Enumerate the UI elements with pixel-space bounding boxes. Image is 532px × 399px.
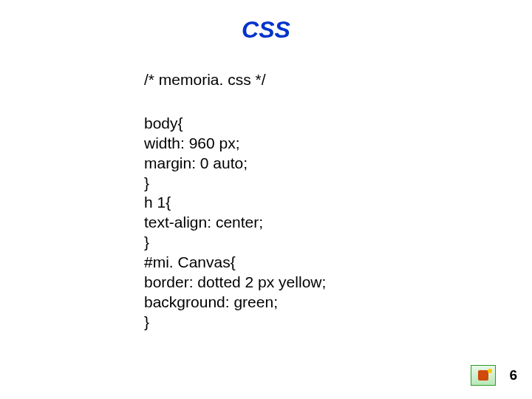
- slide-title: CSS: [0, 16, 532, 44]
- code-line: }: [144, 233, 326, 253]
- code-line: background: green;: [144, 293, 326, 313]
- code-line: border: dotted 2 px yellow;: [144, 273, 326, 293]
- slide-footer: 6: [471, 365, 517, 386]
- code-line: h 1{: [144, 193, 326, 213]
- code-line: }: [144, 174, 326, 194]
- code-line: width: 960 px;: [144, 134, 326, 154]
- code-block: body{ width: 960 px; margin: 0 auto; } h…: [144, 114, 326, 332]
- logo-icon: [471, 365, 496, 386]
- code-line: text-align: center;: [144, 213, 326, 233]
- code-line: }: [144, 313, 326, 332]
- code-line: margin: 0 auto;: [144, 154, 326, 174]
- code-line: #mi. Canvas{: [144, 253, 326, 273]
- page-number: 6: [509, 367, 517, 383]
- code-comment: /* memoria. css */: [144, 70, 326, 90]
- slide-content: /* memoria. css */ body{ width: 960 px; …: [144, 70, 326, 332]
- code-line: body{: [144, 114, 326, 134]
